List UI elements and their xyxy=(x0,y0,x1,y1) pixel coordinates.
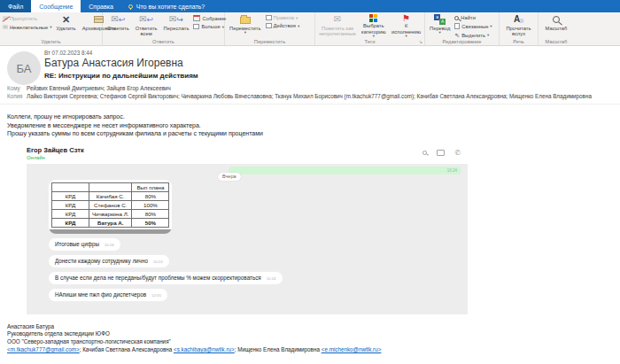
table-row: КРДЧичваркина Л.80% xyxy=(52,209,169,218)
plan-table: Вып плана КРДКачибая С.80% КРДСтефанов С… xyxy=(51,182,169,228)
chevron-down-icon: ▾ xyxy=(222,25,224,29)
forward-button[interactable]: ✉ ↪ Переслать xyxy=(162,13,191,39)
reply-button[interactable]: ✉ ↩ Ответить xyxy=(105,13,131,39)
forward-arrow-icon: ↪ xyxy=(176,16,183,24)
body-line: Уведомление в мессенджере не несет инфор… xyxy=(7,121,613,129)
chat-message: Донести каждому сотруднику лично 10:24 xyxy=(49,255,169,267)
read-aloud-icon: A)) xyxy=(514,15,523,24)
chevron-down-icon: ▾ xyxy=(298,24,299,28)
email-link[interactable]: <s.kachibaya@nwtlk.ru> xyxy=(174,346,235,352)
ribbon-group-delete: ✉ Пропустить ✉ Нежелательные ▾ ✕ Удалить… xyxy=(0,12,103,45)
translate-icon: а A xyxy=(434,14,446,25)
table-header-cell: Вып плана xyxy=(132,182,169,191)
message-header: БА Вт 07.02.2023 8:44 Батура Анастасия И… xyxy=(0,46,620,105)
embedded-chat-screenshot: Егор Зайцев Сзтк Онлайн ✆ 10:24 Вчера Вы… xyxy=(27,145,468,314)
message-date: Вт 07.02.2023 8:44 xyxy=(44,50,613,56)
more-icon xyxy=(193,24,199,29)
actions-button[interactable]: Действия ▾ xyxy=(266,23,300,28)
outgoing-message-partial: 10:24 xyxy=(229,167,461,174)
read-aloud-button[interactable]: A)) Прочитать вслух xyxy=(502,13,535,39)
search-icon xyxy=(454,16,459,20)
body-line: Коллеги, прошу не игнорировать запрос. xyxy=(7,112,613,120)
follow-up-button[interactable]: ⚑ К исполнению ▾ xyxy=(391,13,422,39)
delete-x-icon: ✕ xyxy=(62,15,70,25)
table-row: КРДБатура А.50% xyxy=(52,218,169,227)
to-recipients[interactable]: Рейзвих Евгений Дмитриевич; Зайцев Егор … xyxy=(27,84,171,92)
tell-me-box[interactable]: Что вы хотите сделать? xyxy=(121,0,212,12)
ribbon-group-tags: ✉ Пометить как непрочитанные Выбрать кат… xyxy=(315,12,425,45)
group-label-delete: Удалить xyxy=(0,39,102,44)
translate-button[interactable]: а A Перевод ▾ xyxy=(428,13,452,39)
chevron-down-icon: ▾ xyxy=(487,33,489,37)
ignore-icon: ✉ xyxy=(3,15,8,21)
to-label: Кому xyxy=(7,84,27,92)
dialog-launcher-icon[interactable]: ↘ xyxy=(419,39,422,44)
categorize-button[interactable]: Выбрать категорию ▾ xyxy=(360,13,388,39)
tab-help[interactable]: Справка xyxy=(81,0,120,12)
chat-phone-icon: ✆ xyxy=(454,150,461,157)
ignore-button[interactable]: ✉ Пропустить xyxy=(3,15,52,21)
folder-move-icon xyxy=(240,17,251,24)
reply-envelope-icon: ✉ xyxy=(111,15,118,24)
mark-unread-button[interactable]: ✉ Пометить как непрочитанные xyxy=(318,13,357,39)
group-label-zoom: Масштаб xyxy=(539,39,574,44)
group-label-editing: Редактирование xyxy=(425,39,499,44)
junk-button[interactable]: ✉ Нежелательные ▾ xyxy=(3,24,52,30)
sender-name[interactable]: Батура Анастасия Игоревна xyxy=(44,57,613,69)
tab-message[interactable]: Сообщение xyxy=(31,0,81,12)
signature-company: ООО "Северо-западная транспортно-логисти… xyxy=(7,338,613,346)
cc-label: Копия xyxy=(7,92,27,100)
avatar[interactable]: БА xyxy=(7,51,41,85)
chevron-down-icon: ▾ xyxy=(439,31,441,35)
ribbon-group-editing: а A Перевод ▾ Найти Связанные ▾ xyxy=(425,12,500,45)
calendar-icon xyxy=(193,15,200,21)
signature-role: Руководитель отдела экспедиции ЮФО xyxy=(7,330,613,338)
chevron-down-icon: ▾ xyxy=(244,31,246,35)
move-button[interactable]: Переместить ▾ xyxy=(228,13,263,39)
meeting-button[interactable]: Собрание xyxy=(193,15,226,21)
signature-block: Анастасия Батура Руководитель отдела экс… xyxy=(0,314,620,354)
more-respond-button[interactable]: Больше ▾ xyxy=(193,24,226,29)
reply-arrow-icon: ↩ xyxy=(119,16,126,24)
ribbon-group-respond: ✉ ↩ Ответить ✉ ↩ Ответить всем ✉ ↪ Перес… xyxy=(103,12,225,45)
delete-button[interactable]: ✕ Удалить xyxy=(55,13,78,39)
table-row: КРДСтефанов С.100% xyxy=(52,200,169,209)
find-button[interactable]: Найти xyxy=(454,15,492,20)
message-timestamp: 10:24 xyxy=(105,243,114,248)
forward-envelope-icon: ✉ xyxy=(169,15,176,24)
body-line: Прошу указать суммы по всем сотрудникам … xyxy=(7,129,613,137)
chat-table-message: Вып плана КРДКачибая С.80% КРДСтефанов С… xyxy=(49,180,172,234)
chat-online-status: Онлайн xyxy=(27,155,468,160)
categorize-icon xyxy=(369,14,377,22)
chat-message-area: 10:24 Вчера Вып плана КРДКачибая С.80% К… xyxy=(27,164,468,314)
rules-icon xyxy=(266,15,272,20)
chat-search-icon xyxy=(422,151,427,155)
message-body: Коллеги, прошу не игнорировать запрос. У… xyxy=(0,105,620,137)
document-icon xyxy=(454,23,460,29)
chevron-down-icon: ▾ xyxy=(50,25,51,29)
flag-icon: ⚑ xyxy=(402,14,410,23)
ribbon-group-speech: A)) Прочитать вслух Речь xyxy=(500,12,539,45)
cc-recipients[interactable]: Лайко Виктория Сергеевна; Стефанов Серге… xyxy=(27,92,592,100)
email-link[interactable]: <e.michenko@nwtlk.ru> xyxy=(322,346,382,352)
chat-message: В случае если дела не переданы/будут про… xyxy=(49,272,283,284)
reply-all-button[interactable]: ✉ ↩ Ответить всем xyxy=(134,13,159,39)
junk-icon: ✉ xyxy=(3,24,8,30)
lightbulb-icon xyxy=(128,4,133,9)
rules-button[interactable]: Правила ▾ xyxy=(266,15,300,20)
related-button[interactable]: Связанные ▾ xyxy=(454,23,492,29)
message-subject: RE: Инструкции по дальнейшим действиям xyxy=(44,72,613,80)
zoom-button[interactable]: Масштаб xyxy=(544,13,570,39)
tab-file[interactable]: Файл xyxy=(0,0,31,12)
mark-unread-icon: ✉ xyxy=(334,15,341,24)
signature-contacts: <m.tkachuk777@gmail.com>; Качибая Светла… xyxy=(7,346,613,354)
group-label-tags: Теги xyxy=(315,39,424,44)
ribbon-tab-bar: Файл Сообщение Справка Что вы хотите сде… xyxy=(0,0,620,12)
group-label-speech: Речь xyxy=(500,39,538,44)
select-button[interactable]: ⇖ Выделить ▾ xyxy=(454,32,492,38)
email-link[interactable]: <m.tkachuk777@gmail.com> xyxy=(7,346,80,352)
chat-message: НАпиши мне пжл фио диспетчеров 12:05 xyxy=(49,289,167,301)
chat-contact-name: Егор Зайцев Сзтк xyxy=(27,146,468,154)
message-timestamp: 10:24 xyxy=(153,259,163,265)
message-timestamp: 10:24 xyxy=(267,276,276,282)
